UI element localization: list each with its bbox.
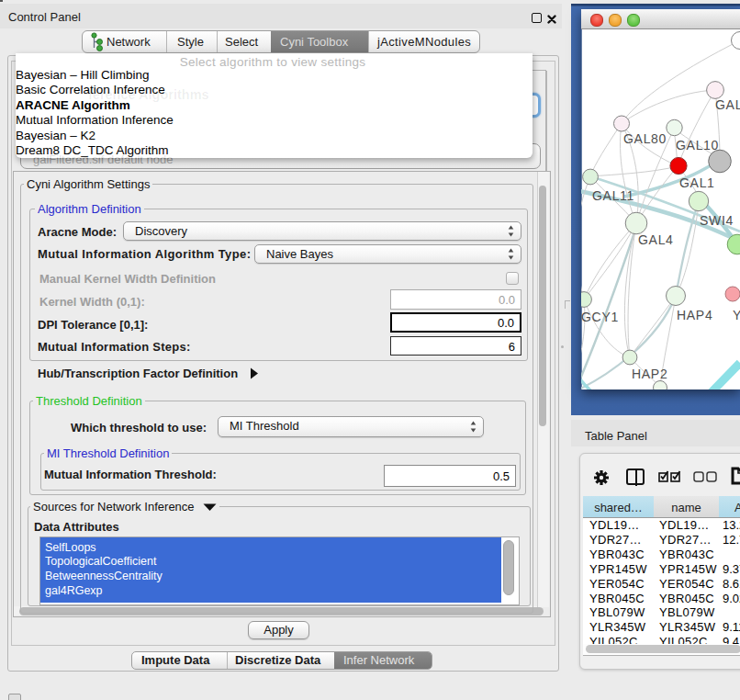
svg-text:GAL1: GAL1: [679, 175, 715, 190]
svg-text:GAL80: GAL80: [623, 131, 667, 146]
svg-text:SWI4: SWI4: [700, 213, 734, 228]
svg-text:GAL4: GAL4: [638, 232, 674, 247]
svg-text:Y: Y: [733, 308, 740, 322]
svg-text:GCY1: GCY1: [581, 310, 619, 324]
svg-text:GAL11: GAL11: [592, 188, 634, 203]
svg-text:GAL10: GAL10: [676, 138, 719, 152]
svg-text:GAL7: GAL7: [715, 97, 740, 112]
svg-text:HAP4: HAP4: [677, 308, 712, 322]
svg-text:HAP2: HAP2: [632, 367, 667, 381]
